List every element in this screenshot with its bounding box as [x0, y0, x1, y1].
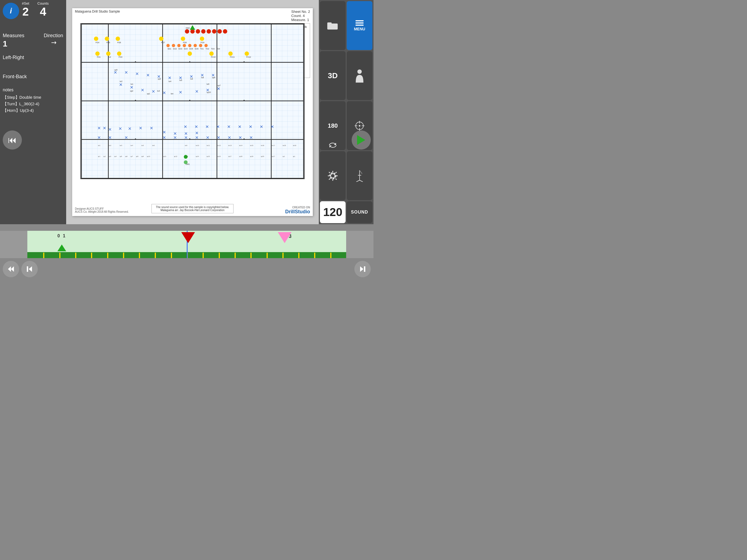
rewind-button[interactable]: ⏮ — [3, 130, 22, 150]
step-back-button[interactable] — [21, 261, 38, 277]
svg-text:tu6: tu6 — [190, 78, 193, 80]
gear-icon — [327, 170, 339, 182]
bpm-display: 120 — [320, 201, 345, 223]
svg-text:SO2: SO2 — [173, 48, 177, 50]
svg-text:tu1: tu1 — [131, 83, 133, 85]
counts-value: 4 — [37, 5, 49, 18]
svg-point-135 — [228, 51, 233, 56]
svg-point-133 — [187, 51, 192, 56]
svg-text:FG4: FG4 — [96, 42, 100, 44]
crosshair-icon — [354, 120, 365, 131]
svg-text:br14: br14 — [239, 145, 243, 146]
svg-text:tp8: tp8 — [136, 156, 138, 157]
menu-button[interactable]: MENU — [347, 1, 372, 50]
front-back-label: Front-Back — [3, 74, 27, 80]
marker-0: 0 — [57, 233, 60, 238]
svg-text:FG11: FG11 — [230, 56, 235, 58]
rotate180-button[interactable]: 180 — [320, 101, 345, 150]
skip-back-icon — [7, 265, 15, 273]
svg-text:up8: up8 — [212, 77, 215, 79]
folder-button[interactable] — [320, 1, 345, 50]
svg-text:br6: br6 — [152, 145, 155, 146]
svg-text:FG5: FG5 — [106, 42, 110, 44]
svg-text:tp10: tp10 — [147, 156, 150, 157]
svg-point-118 — [201, 29, 206, 34]
svg-text:Tu2: Tu2 — [108, 56, 111, 58]
svg-text:br1: br1 — [98, 145, 100, 146]
svg-point-116 — [190, 29, 195, 34]
svg-text:up10: up10 — [207, 91, 211, 94]
sound-notice: The sound source used for this sample is… — [156, 206, 229, 212]
svg-text:tp2: tp2 — [103, 156, 106, 157]
svg-text:br17: br17 — [272, 145, 275, 146]
svg-point-140 — [183, 44, 186, 47]
note-line-horn: 【Horn】Up(3-4) — [3, 107, 41, 114]
svg-text:up2: up2 — [130, 90, 133, 92]
svg-text:tp19: tp19 — [250, 156, 254, 157]
beat2-arrow — [181, 232, 195, 243]
svg-point-120 — [212, 29, 216, 34]
settings-button[interactable] — [320, 151, 345, 200]
info-icon: i — [10, 6, 12, 15]
svg-text:br5: br5 — [141, 145, 144, 146]
svg-text:tp7: tp7 — [131, 156, 133, 157]
svg-text:tp1: tp1 — [293, 156, 295, 157]
metronome-icon — [354, 170, 365, 182]
sound-button[interactable]: SOUND — [347, 201, 372, 223]
svg-text:tp9: tp9 — [141, 156, 144, 157]
play-icon — [357, 135, 365, 145]
svg-text:SO4: SO4 — [184, 48, 187, 50]
svg-point-142 — [194, 44, 197, 47]
svg-marker-332 — [29, 266, 32, 272]
left-panel: i #Set 2 Counts 4 Measures 1 Direction ↙… — [0, 0, 66, 224]
3d-label: 3D — [328, 71, 338, 80]
rewind-icon: ⏮ — [8, 135, 17, 145]
skip-back-button[interactable] — [3, 261, 19, 277]
svg-point-134 — [209, 51, 214, 56]
step-forward-button[interactable] — [354, 261, 371, 277]
bottom-timeline[interactable]: 0 1 2 3 — [27, 231, 346, 258]
svg-text:tu4: tu4 — [169, 80, 172, 82]
3d-button[interactable]: 3D — [320, 51, 345, 100]
svg-point-115 — [185, 29, 189, 34]
svg-text:tp17: tp17 — [228, 156, 232, 157]
svg-text:tp15: tp15 — [207, 156, 210, 157]
right-panel: MENU 3D 180 — [319, 0, 374, 224]
copyright-box: The sound source used for this sample is… — [152, 204, 233, 213]
svg-text:FG12: FG12 — [247, 56, 251, 58]
svg-text:up5: up5 — [114, 69, 118, 71]
svg-text:br4: br4 — [131, 145, 133, 146]
main-content: Malaguena Drill Studio Sample Sheet No. … — [66, 0, 319, 224]
svg-text:tp13: tp13 — [185, 156, 188, 157]
svg-rect-1 — [327, 22, 332, 25]
svg-text:tu8: tu8 — [201, 77, 204, 78]
rotate-label: 180 — [328, 122, 338, 129]
svg-text:FG8: FG8 — [183, 42, 187, 44]
play-button[interactable] — [352, 130, 371, 150]
measures-label: Measures — [3, 33, 24, 39]
person-button[interactable] — [347, 51, 372, 100]
svg-point-130 — [96, 51, 100, 56]
svg-text:TD2: TD2 — [206, 48, 209, 50]
bottom-bar: 0 1 2 3 — [0, 231, 374, 280]
svg-text:tp18: tp18 — [239, 156, 242, 157]
set-label: #Set — [22, 1, 29, 5]
person-icon — [355, 69, 364, 82]
sheet-footer: Designer:AUCS STUFF AUCS Co. Allright 20… — [75, 207, 129, 213]
drill-grid: FG4 FG5 FG6 FG7 FG8 FG9 SD1 SO2 SO3 SO4 … — [81, 24, 304, 179]
info-button[interactable]: i — [3, 3, 19, 19]
set-counts-area: #Set 2 Counts 4 — [22, 1, 49, 18]
svg-text:tu9: tu9 — [207, 83, 209, 85]
metronome-button[interactable] — [347, 151, 372, 200]
svg-text:tp5: tp5 — [120, 156, 122, 157]
svg-text:DM2: DM2 — [186, 27, 190, 29]
svg-point-131 — [106, 51, 110, 56]
drillstudio-name: DrillStudio — [285, 209, 310, 214]
svg-text:SO3: SO3 — [178, 48, 182, 50]
svg-text:tp14: tp14 — [196, 156, 199, 157]
bpm-value: 120 — [323, 206, 342, 219]
svg-text:SD1: SD1 — [168, 48, 172, 50]
svg-text:tu2: tu2 — [120, 80, 123, 82]
notes-section: notes 【Step】Double time 【Turn】L_360(2-4)… — [3, 87, 41, 114]
svg-text:br12: br12 — [217, 145, 221, 146]
